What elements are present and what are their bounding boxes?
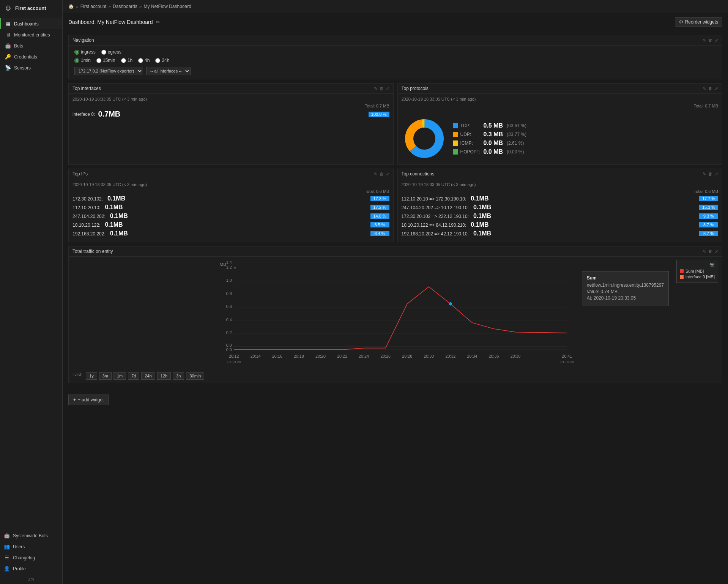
changelog-icon: ☰ <box>4 555 10 560</box>
sidebar-item-changelog[interactable]: ☰ Changelog <box>0 552 62 563</box>
iface-expand-icon[interactable]: ⤢ <box>386 86 389 91</box>
radio-egress-input[interactable] <box>101 50 106 55</box>
widgets-area: Navigation ✎ 🗑 ⤢ ingress egress <box>63 31 728 391</box>
sidebar-item-users-label: Users <box>13 544 25 549</box>
sidebar-item-profile[interactable]: 👤 Profile <box>0 563 62 574</box>
navigation-widget: Navigation ✎ 🗑 ⤢ ingress egress <box>68 35 722 79</box>
sidebar-item-users[interactable]: 👥 Users <box>0 541 62 552</box>
nav-dropdowns: 172.17.0.2 (NetFlow exporter) -- all int… <box>74 67 716 75</box>
proto-edit-icon[interactable]: ✎ <box>703 86 706 91</box>
svg-text:1.0: 1.0 <box>226 278 232 283</box>
breadcrumb: 🏠 » First account » Dashboards » My NetF… <box>63 0 728 13</box>
conn-delete-icon[interactable]: 🗑 <box>708 172 712 177</box>
radio-24h[interactable]: 24h <box>155 58 169 63</box>
sidebar-item-changelog-label: Changelog <box>13 555 35 560</box>
sidebar-item-dashboards[interactable]: ▦ Dashboards <box>0 18 62 29</box>
users-icon: 👥 <box>4 544 10 549</box>
iface-delete-icon[interactable]: 🗑 <box>380 86 384 91</box>
time-btn-1m[interactable]: 1m <box>113 372 126 380</box>
sidebar-item-bots[interactable]: 🤖 Bots <box>0 40 62 51</box>
sidebar-item-sensors[interactable]: 📡 Sensors <box>0 62 62 73</box>
add-icon: + <box>73 397 76 402</box>
legend-iface0-item: interface 0 [MB] <box>680 275 715 279</box>
add-widget-button[interactable]: + + add widget <box>68 395 109 405</box>
radio-ingress-input[interactable] <box>74 50 79 55</box>
top-ips-total: Total: 0.6 MB <box>72 189 389 194</box>
breadcrumb-current[interactable]: My NetFlow Dashboard <box>143 4 191 9</box>
interface-select[interactable]: -- all interfaces -- <box>146 67 191 75</box>
sidebar-item-credentials[interactable]: 🔑 Credentials <box>0 51 62 62</box>
radio-24h-label: 24h <box>162 58 169 63</box>
nav-edit-icon[interactable]: ✎ <box>703 38 706 43</box>
edit-dashboard-icon[interactable]: ✏ <box>156 19 160 25</box>
breadcrumb-account[interactable]: First account <box>80 4 107 9</box>
total-traffic-widget: Total traffic on entity ✎ 🗑 ⤢ 📷 <box>68 246 722 383</box>
time-btn-12h[interactable]: 12h <box>157 372 171 380</box>
conn-pct-3: 8.7 % <box>699 222 718 227</box>
sidebar: ⏻ First account ▦ Dashboards 🖥 Monitored… <box>0 0 63 584</box>
nav-delete-icon[interactable]: 🗑 <box>708 38 712 43</box>
conn-label-2: 172.30.20.102 => 222.12.190.10: <box>402 214 469 219</box>
radio-24h-input[interactable] <box>155 58 160 63</box>
reorder-widgets-button[interactable]: ⚙ Reorder widgets <box>675 17 722 27</box>
ip-label-4: 192.168.20.202: <box>72 231 106 237</box>
svg-text:20:34: 20:34 <box>467 354 477 358</box>
ips-expand-icon[interactable]: ⤢ <box>386 172 389 177</box>
time-btn-1y[interactable]: 1y <box>86 372 97 380</box>
breadcrumb-dashboards[interactable]: Dashboards <box>113 4 137 9</box>
iface-edit-icon[interactable]: ✎ <box>374 86 377 91</box>
conn-edit-icon[interactable]: ✎ <box>703 172 706 177</box>
radio-1min-input[interactable] <box>74 58 79 63</box>
conn-pct-4: 8.7 % <box>699 231 718 236</box>
radio-15min-input[interactable] <box>96 58 101 63</box>
sidebar-item-monitored-entities[interactable]: 🖥 Monitored entities <box>0 29 62 40</box>
top-connections-title: Top connections <box>402 171 435 177</box>
power-icon[interactable]: ⏻ <box>4 4 12 12</box>
ip-left-1: 112.10.20.10: 0.1MB <box>72 204 123 211</box>
ip-value-0: 0.1MB <box>107 195 125 202</box>
legend-hopopt: HOPOPT: 0.0 MB (0.00 %) <box>453 148 527 155</box>
svg-text:20:26: 20:26 <box>380 354 391 358</box>
legend-toggle-icon[interactable]: 📷 <box>709 262 715 267</box>
ip-value-1: 0.1MB <box>105 204 123 211</box>
conn-left-2: 172.30.20.102 => 222.12.190.10: 0.1MB <box>402 213 492 219</box>
radio-1min[interactable]: 1min <box>74 58 91 63</box>
svg-point-4 <box>415 129 434 148</box>
traffic-delete-icon[interactable]: 🗑 <box>708 249 712 254</box>
time-btn-7d[interactable]: 7d <box>128 372 139 380</box>
radio-ingress[interactable]: ingress <box>74 49 96 55</box>
udp-name: UDP: <box>460 132 481 137</box>
sidebar-item-systemwide-bots[interactable]: 🤖 Systemwide Bots <box>0 530 62 541</box>
radio-4h-input[interactable] <box>138 58 143 63</box>
ips-delete-icon[interactable]: 🗑 <box>380 172 384 177</box>
hopopt-value: 0.0 MB <box>484 148 503 155</box>
time-btn-24h[interactable]: 24h <box>141 372 155 380</box>
radio-1h-input[interactable] <box>121 58 126 63</box>
time-btn-3m[interactable]: 3m <box>99 372 112 380</box>
top-interfaces-body: 2020-10-19 18:33:05 UTC (< 3 min ago) To… <box>69 94 393 123</box>
radio-15min-label: 15min <box>103 58 115 63</box>
proto-expand-icon[interactable]: ⤢ <box>715 86 718 91</box>
home-icon[interactable]: 🏠 <box>68 4 74 9</box>
ips-edit-icon[interactable]: ✎ <box>374 172 377 177</box>
top-ips-body: 2020-10-19 18:33:05 UTC (< 3 min ago) To… <box>69 179 393 242</box>
radio-1min-label: 1min <box>81 58 91 63</box>
top-connections-timestamp: 2020-10-19 18:33:05 UTC (< 3 min ago) <box>402 182 719 187</box>
proto-delete-icon[interactable]: 🗑 <box>708 86 712 91</box>
radio-egress[interactable]: egress <box>101 49 121 55</box>
svg-text:20:14: 20:14 <box>251 354 261 358</box>
radio-1h[interactable]: 1h <box>121 58 132 63</box>
top-ips-rows: 172.30.20.102: 0.1MB 17.3 % 112.10.20.10… <box>72 195 389 237</box>
traffic-expand-icon[interactable]: ⤢ <box>715 249 718 254</box>
nav-expand-icon[interactable]: ⤢ <box>715 38 718 43</box>
conn-expand-icon[interactable]: ⤢ <box>715 172 718 177</box>
radio-4h[interactable]: 4h <box>138 58 150 63</box>
chart-tooltip: Sum netflow.1min.ingress.entity.13879529… <box>582 271 669 306</box>
radio-15min[interactable]: 15min <box>96 58 115 63</box>
exporter-select[interactable]: 172.17.0.2 (NetFlow exporter) <box>74 67 143 75</box>
time-btn-30min[interactable]: 30min <box>186 372 204 380</box>
dashboards-icon: ▦ <box>5 21 11 27</box>
conn-row-4: 192.168.20.202 => 42.12.190.10: 0.1MB 8.… <box>402 230 719 237</box>
time-btn-3h[interactable]: 3h <box>173 372 184 380</box>
traffic-edit-icon[interactable]: ✎ <box>703 249 706 254</box>
